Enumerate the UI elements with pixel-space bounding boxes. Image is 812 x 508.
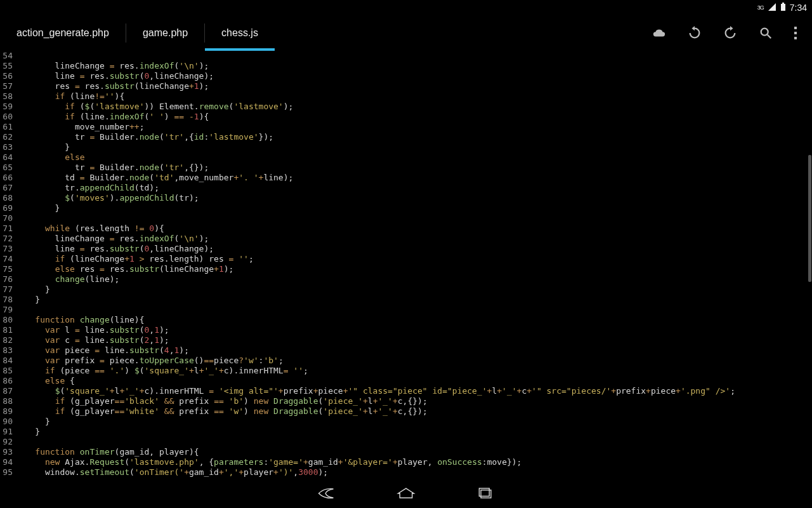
vertical-scrollbar[interactable] (808, 53, 811, 479)
tab-action_generate-php[interactable]: action_generate.php (0, 15, 126, 51)
svg-rect-1 (782, 3, 784, 4)
network-type-indicator: 3G (757, 4, 764, 11)
tab-bar: action_generate.phpgame.phpchess.js (0, 15, 812, 51)
scrollbar-thumb[interactable] (808, 155, 811, 282)
battery-icon (780, 3, 786, 13)
line-number-gutter: 54 55 56 57 58 59 60 61 62 63 64 65 66 6… (0, 51, 15, 480)
code-editor[interactable]: 54 55 56 57 58 59 60 61 62 63 64 65 66 6… (0, 51, 812, 480)
home-button[interactable] (396, 486, 416, 503)
tab-game-php[interactable]: game.php (126, 15, 204, 51)
android-status-bar: 3G 7:34 (0, 0, 812, 15)
back-button[interactable] (317, 486, 336, 503)
search-icon[interactable] (759, 26, 773, 40)
svg-rect-0 (781, 4, 785, 11)
code-area[interactable]: lineChange = res.indexOf('\n'); line = r… (15, 51, 812, 480)
undo-icon[interactable] (688, 26, 702, 40)
cloud-icon[interactable] (652, 26, 666, 40)
toolbar (652, 26, 812, 40)
redo-icon[interactable] (723, 26, 737, 40)
signal-icon (768, 3, 776, 13)
android-nav-bar (0, 480, 812, 508)
recent-apps-button[interactable] (476, 486, 495, 503)
svg-line-3 (768, 35, 771, 39)
svg-point-2 (761, 29, 768, 36)
tab-chess-js[interactable]: chess.js (205, 15, 275, 51)
clock: 7:34 (790, 3, 807, 13)
overflow-menu-icon[interactable] (794, 27, 797, 39)
